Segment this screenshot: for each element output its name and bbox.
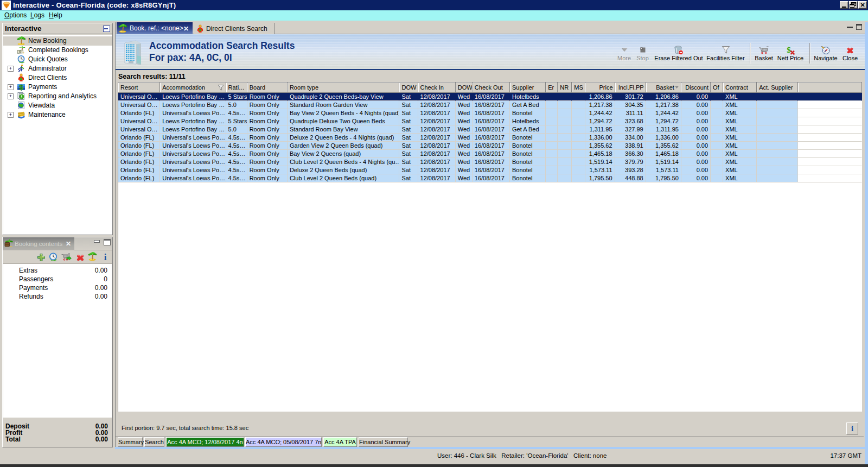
svg-text:$: $ — [19, 83, 23, 91]
svg-text:$: $ — [787, 46, 791, 54]
svg-text:i: i — [104, 252, 107, 262]
